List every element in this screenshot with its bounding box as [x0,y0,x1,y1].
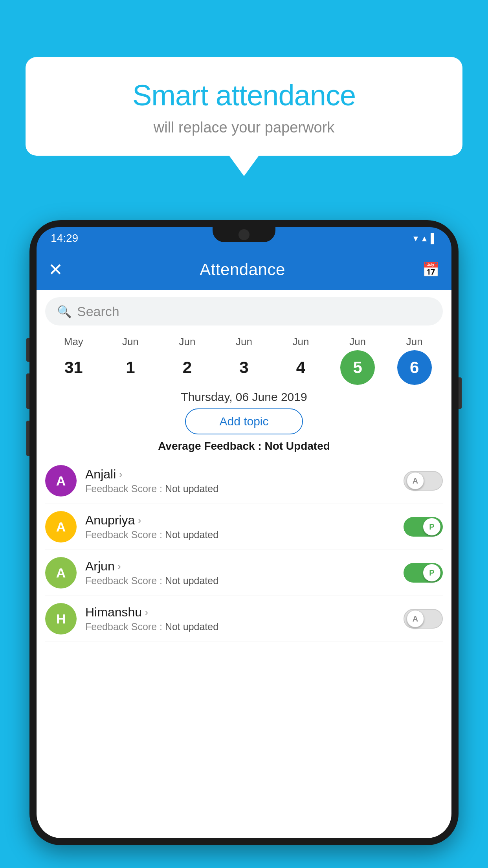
wifi-icon: ▾ [413,233,418,244]
toggle-knob: A [407,472,424,489]
calendar-month-label: Jun [349,336,366,348]
attendance-toggle-wrap[interactable]: A [404,471,443,491]
student-item[interactable]: AArjun ›Feedback Score : Not updatedP [45,550,443,596]
student-name: Arjun › [85,559,395,574]
student-feedback-label: Feedback Score : Not updated [85,483,395,495]
power-button [459,377,462,409]
speech-bubble: Smart attendance will replace your paper… [26,57,462,156]
phone-frame: 14:29 ▾ ▴ ▌ ✕ Attendance 📅 🔍 Search May3… [29,220,459,845]
calendar-date-number[interactable]: 2 [170,350,204,385]
calendar-date-number[interactable]: 4 [284,350,318,385]
phone-container: 14:29 ▾ ▴ ▌ ✕ Attendance 📅 🔍 Search May3… [29,220,459,868]
calendar-month-label: Jun [179,336,195,348]
student-feedback-label: Feedback Score : Not updated [85,621,395,633]
student-info: Anupriya ›Feedback Score : Not updated [85,513,395,541]
student-feedback-label: Feedback Score : Not updated [85,575,395,587]
signal-icon: ▴ [422,233,427,244]
student-item[interactable]: AAnjali ›Feedback Score : Not updatedA [45,458,443,504]
chevron-right-icon: › [119,469,122,480]
calendar-date-number[interactable]: 6 [397,350,432,385]
chevron-right-icon: › [138,515,141,526]
avg-feedback-label: Average Feedback : [158,440,264,452]
volume-up-button [26,338,29,362]
status-icons: ▾ ▴ ▌ [413,233,437,244]
calendar-date-number[interactable]: 31 [56,350,91,385]
selected-date-label: Thursday, 06 June 2019 [37,390,451,404]
calendar-month-label: Jun [236,336,252,348]
student-item[interactable]: AAnupriya ›Feedback Score : Not updatedP [45,504,443,550]
calendar-month-label: Jun [122,336,139,348]
add-topic-button[interactable]: Add topic [185,408,303,434]
calendar-day[interactable]: Jun4 [277,336,325,385]
student-avatar: A [45,557,77,588]
calendar-month-label: Jun [293,336,309,348]
student-feedback-value: Not updated [165,575,218,586]
student-name: Himanshu › [85,605,395,620]
front-camera [238,229,250,240]
calendar-day[interactable]: Jun3 [220,336,268,385]
battery-icon: ▌ [431,233,437,244]
app-bar: ✕ Attendance 📅 [37,249,451,290]
calendar-date-number[interactable]: 1 [113,350,148,385]
calendar-date-number[interactable]: 3 [227,350,261,385]
calendar-icon[interactable]: 📅 [422,261,440,278]
student-item[interactable]: HHimanshu ›Feedback Score : Not updatedA [45,596,443,642]
speech-bubble-container: Smart attendance will replace your paper… [26,57,462,156]
student-feedback-value: Not updated [165,483,218,494]
attendance-toggle-wrap[interactable]: P [404,563,443,583]
search-bar[interactable]: 🔍 Search [45,297,443,326]
student-info: Anjali ›Feedback Score : Not updated [85,467,395,495]
status-time: 14:29 [51,232,78,245]
toggle-knob: P [423,564,440,581]
calendar-day[interactable]: Jun1 [107,336,154,385]
student-info: Arjun ›Feedback Score : Not updated [85,559,395,587]
student-info: Himanshu ›Feedback Score : Not updated [85,605,395,633]
calendar-day[interactable]: May31 [50,336,97,385]
attendance-toggle-wrap[interactable]: P [404,517,443,537]
avg-feedback-value: Not Updated [264,440,330,452]
student-avatar: A [45,511,77,542]
close-button[interactable]: ✕ [48,259,63,280]
search-placeholder: Search [77,304,119,319]
student-feedback-value: Not updated [165,529,218,540]
bubble-subtitle: will replace your paperwork [49,119,439,136]
calendar-day[interactable]: Jun5 [334,336,381,385]
student-avatar: A [45,465,77,497]
student-feedback-value: Not updated [165,621,218,632]
screen-content: 🔍 Search May31Jun1Jun2Jun3Jun4Jun5Jun6 T… [37,290,451,838]
student-name: Anupriya › [85,513,395,528]
search-icon: 🔍 [57,305,72,318]
bubble-title: Smart attendance [49,79,439,112]
calendar-month-label: Jun [406,336,423,348]
student-avatar: H [45,603,77,634]
chevron-right-icon: › [118,561,121,572]
chevron-right-icon: › [145,607,148,618]
toggle-knob: P [423,518,440,535]
average-feedback: Average Feedback : Not Updated [37,440,451,452]
attendance-toggle[interactable]: A [404,471,443,491]
calendar-month-label: May [64,336,83,348]
calendar-date-number[interactable]: 5 [340,350,375,385]
attendance-toggle[interactable]: A [404,609,443,629]
silent-button [26,421,29,456]
toggle-knob: A [407,610,424,627]
student-feedback-label: Feedback Score : Not updated [85,529,395,541]
student-name: Anjali › [85,467,395,482]
calendar-day[interactable]: Jun2 [163,336,211,385]
attendance-toggle[interactable]: P [404,563,443,583]
calendar-row: May31Jun1Jun2Jun3Jun4Jun5Jun6 [37,333,451,385]
volume-down-button [26,373,29,409]
app-bar-title: Attendance [200,260,285,279]
calendar-day[interactable]: Jun6 [391,336,438,385]
attendance-toggle-wrap[interactable]: A [404,609,443,629]
phone-notch [213,227,275,242]
student-list: AAnjali ›Feedback Score : Not updatedAAA… [37,458,451,642]
attendance-toggle[interactable]: P [404,517,443,537]
